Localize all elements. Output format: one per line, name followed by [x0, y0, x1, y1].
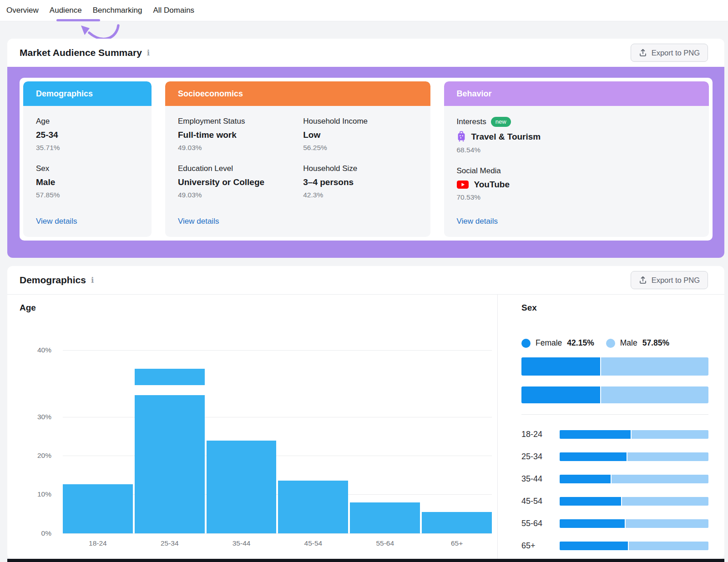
sex-age-row-label: 45-54 — [521, 497, 560, 506]
age-bar-55-64[interactable] — [350, 502, 420, 533]
metric-pct: 49.03% — [178, 144, 292, 152]
female-segment — [560, 475, 611, 483]
male-segment — [622, 497, 708, 506]
export-to-png-button[interactable]: Export to PNG — [631, 44, 708, 62]
sex-age-row-bar[interactable] — [560, 430, 708, 439]
x-label-18-24: 18-24 — [63, 539, 133, 547]
y-tick-40%: 40% — [37, 346, 51, 354]
x-label-55-64: 55-64 — [350, 539, 420, 547]
view-details-link[interactable]: View details — [36, 217, 77, 226]
view-details-link[interactable]: View details — [178, 217, 219, 226]
interest-pct: 68.54% — [457, 146, 697, 154]
summary-inner-panel: Demographics Age25-3435.71%SexMale57.85%… — [20, 78, 713, 241]
y-tick-20%: 20% — [37, 452, 51, 460]
legend-item-male[interactable]: Male57.85% — [606, 338, 669, 348]
market-audience-summary-title: Market Audience Summary i — [20, 47, 150, 58]
legend-value: 42.15% — [567, 338, 594, 348]
age-bar-column-55-64 — [350, 350, 420, 533]
metric-value: Male — [36, 177, 139, 187]
sex-age-row-bar[interactable] — [560, 475, 708, 483]
interest-value-text: Travel & Tourism — [471, 132, 541, 142]
male-segment — [612, 475, 709, 483]
sex-age-row-35-44: 35-44 — [521, 474, 708, 484]
sex-age-row-bar[interactable] — [560, 497, 708, 506]
age-bar-column-18-24 — [63, 350, 133, 533]
export-to-png-button[interactable]: Export to PNG — [631, 271, 708, 289]
female-segment — [521, 357, 600, 376]
section-title: Demographics — [20, 275, 86, 286]
male-segment — [601, 357, 708, 376]
demographics-metrics: Age25-3435.71%SexMale57.85% — [36, 117, 139, 211]
age-bar-35-44[interactable] — [207, 441, 277, 533]
gridline — [63, 533, 492, 534]
age-bar-cap-25-34[interactable] — [135, 369, 205, 385]
age-bars — [63, 350, 492, 533]
metric-label: Education Level — [178, 164, 292, 173]
female-segment — [560, 452, 627, 461]
metric-household-size: Household Size3–4 persons42.3% — [303, 164, 417, 199]
age-bar-65+[interactable] — [422, 512, 492, 533]
divider — [521, 414, 708, 415]
age-bar-18-24[interactable] — [63, 484, 133, 533]
y-tick-10%: 10% — [37, 490, 51, 498]
metric-employment-status: Employment StatusFull-time work49.03% — [178, 117, 292, 152]
behavior-card-header: Behavior — [444, 81, 709, 106]
female-segment — [560, 430, 631, 439]
metric-age: Age25-3435.71% — [36, 117, 139, 152]
female-segment — [560, 497, 621, 506]
sex-age-row-bar[interactable] — [560, 519, 708, 528]
age-bar-45-54[interactable] — [278, 481, 348, 533]
social-media-value-text: YouTube — [474, 180, 510, 190]
tab-audience[interactable]: Audience — [50, 6, 82, 15]
female-legend-dot — [521, 339, 531, 348]
legend-item-female[interactable]: Female42.15% — [521, 338, 594, 348]
demographics-section-title: Demographics i — [20, 275, 94, 286]
tab-overview[interactable]: Overview — [6, 6, 39, 15]
sex-overall-bar[interactable] — [521, 357, 708, 376]
window-bottom-edge — [7, 559, 724, 562]
tab-all-domains[interactable]: All Domains — [153, 6, 194, 15]
metric-pct: 56.25% — [303, 144, 417, 152]
sex-overall-bars — [521, 357, 708, 403]
socioeconomics-card-header: Socioeconomics — [165, 81, 430, 106]
upload-icon — [639, 49, 647, 57]
x-label-45-54: 45-54 — [278, 539, 348, 547]
metric-pct: 35.71% — [36, 144, 139, 152]
view-details-link[interactable]: View details — [457, 217, 498, 226]
info-icon[interactable]: i — [91, 276, 94, 285]
sex-age-row-label: 55-64 — [521, 519, 560, 528]
male-segment — [626, 519, 708, 528]
top-nav: OverviewAudienceBenchmarkingAll Domains — [0, 0, 728, 21]
top-nav-tabs: OverviewAudienceBenchmarkingAll Domains — [6, 6, 194, 15]
sex-age-row-65+: 65+ — [521, 541, 708, 551]
metric-value: 3–4 persons — [303, 177, 417, 187]
female-segment — [521, 386, 600, 403]
age-bar-25-34[interactable] — [135, 395, 205, 533]
sex-panel-title: Sex — [521, 303, 708, 313]
age-chart-title: Age — [20, 303, 492, 313]
social-media-label: Social Media — [457, 166, 697, 176]
sex-overall-bar[interactable] — [521, 386, 708, 403]
tab-benchmarking[interactable]: Benchmarking — [93, 6, 142, 15]
youtube-icon — [457, 181, 469, 189]
male-segment — [632, 430, 708, 439]
export-button-label: Export to PNG — [652, 49, 700, 57]
y-tick-30%: 30% — [37, 413, 51, 421]
metric-household-income: Household IncomeLow56.25% — [303, 117, 417, 152]
metric-value: 25-34 — [36, 130, 139, 140]
social-media-pct: 70.53% — [457, 193, 697, 201]
sex-legend: Female42.15%Male57.85% — [521, 338, 708, 348]
sex-age-row-label: 18-24 — [521, 430, 560, 439]
male-segment — [601, 386, 708, 403]
sex-age-row-bar[interactable] — [560, 452, 708, 461]
demographics-card-header: Demographics — [23, 81, 152, 106]
demographics-summary-card: Demographics Age25-3435.71%SexMale57.85%… — [23, 81, 152, 237]
interests-label: Interests new — [457, 117, 697, 127]
sex-age-row-label: 65+ — [521, 541, 560, 551]
metric-pct: 42.3% — [303, 191, 417, 199]
sex-age-row-25-34: 25-34 — [521, 452, 708, 462]
info-icon[interactable]: i — [147, 48, 150, 57]
sex-age-row-bar[interactable] — [560, 542, 708, 550]
interest-value: Travel & Tourism — [457, 131, 697, 142]
age-chart-x-axis: 18-2425-3435-4445-5455-6465+ — [63, 539, 492, 547]
